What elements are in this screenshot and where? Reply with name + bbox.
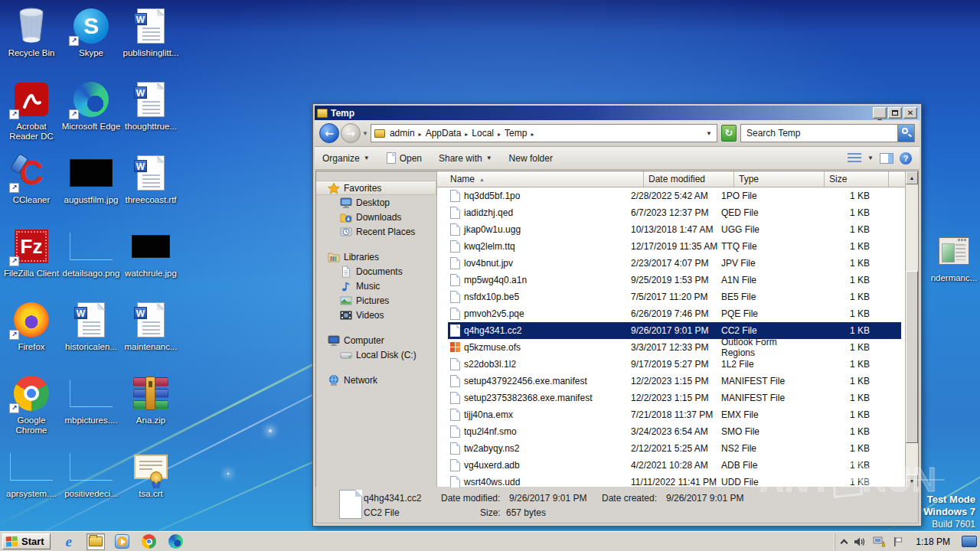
taskbar-chrome-icon[interactable] [140, 533, 158, 550]
file-row-tijj40na-emx[interactable]: tijj40na.emx7/21/2018 11:37 PMEMX File1 … [437, 406, 905, 423]
forward-button[interactable]: → [341, 123, 361, 143]
desktop-icon-skype[interactable]: S↗Skype [61, 3, 121, 77]
file-row-jkap0w1u-ugg[interactable]: jkap0w1u.ugg10/13/2018 1:47 AMUGG File1 … [437, 221, 905, 238]
breadcrumb-segment-admin[interactable]: admin [390, 128, 415, 139]
address-bar[interactable]: admin▸AppData▸Local▸Temp▸ ▼ [371, 124, 717, 142]
new-folder-button[interactable]: New folder [509, 153, 553, 164]
scroll-down-icon[interactable]: ▼ [906, 474, 918, 487]
clock[interactable]: 1:18 PM [916, 536, 950, 547]
taskbar-windows-explorer-icon[interactable] [87, 533, 105, 550]
desktop-icon-tsa-crt[interactable]: tsa.crt [121, 444, 181, 517]
address-dropdown-icon[interactable]: ▼ [706, 130, 712, 137]
file-row-s22dob3l-1l2[interactable]: s22dob3l.1l29/17/2019 5:27 PM1L2 File1 K… [437, 356, 905, 373]
desktop-icon-maintenanc[interactable]: Wmaintenanc... [121, 297, 181, 370]
file-row-setup437922456-exe-manifest[interactable]: setup437922456.exe.manifest12/2/2023 1:1… [437, 373, 905, 390]
minimize-button[interactable]: _ [873, 107, 887, 119]
desktop-icon-filezilla-client[interactable]: Fz↗FileZilla Client [2, 223, 61, 297]
column-header-date-modified[interactable]: Date modified [644, 171, 734, 187]
change-view-icon[interactable] [848, 153, 861, 164]
column-header-size[interactable]: Size [825, 171, 889, 187]
sidebar-section-computer[interactable]: Computer [316, 333, 436, 347]
desktop-icon-aprsystem[interactable]: aprsystem.... [2, 444, 61, 517]
desktop-icon-microsoft-edge[interactable]: ↗Microsoft Edge [61, 77, 121, 150]
back-button[interactable]: ← [319, 123, 339, 143]
taskbar-internet-explorer-icon[interactable]: e [60, 533, 78, 550]
help-icon[interactable]: ? [900, 152, 912, 165]
sidebar-item-videos[interactable]: Videos [316, 308, 436, 322]
open-button[interactable]: Open [387, 152, 422, 164]
column-header-name[interactable]: Name▲ [437, 171, 644, 187]
desktop-icon-watchrule-jpg[interactable]: watchrule.jpg [121, 223, 181, 297]
preview-pane-icon[interactable] [880, 153, 893, 164]
action-center-flag-icon[interactable] [893, 536, 904, 547]
desktop-icon-historicalen[interactable]: Whistoricalen... [61, 297, 121, 370]
file-row-pmvoh2v5-pqe[interactable]: pmvoh2v5.pqe6/26/2019 7:46 PMPQE File1 K… [437, 305, 905, 322]
sidebar-item-local-disk-c[interactable]: Local Disk (C:) [316, 347, 436, 362]
desktop-icon-positivedeci[interactable]: positivedeci... [61, 444, 121, 517]
desktop-icon-augustfilm-jpg[interactable]: augustfilm.jpg [61, 150, 121, 223]
file-row-vg4uxerd-adb[interactable]: vg4uxerd.adb4/2/2021 10:28 AMADB File1 K… [437, 457, 905, 474]
taskbar-edge-icon[interactable] [167, 533, 185, 550]
sidebar-item-documents[interactable]: Documents [316, 264, 436, 279]
maximize-button[interactable] [888, 107, 902, 119]
scroll-up-icon[interactable]: ▲ [906, 171, 918, 184]
search-box[interactable]: Search Temp [740, 124, 915, 142]
refresh-button[interactable]: ↻ [721, 125, 737, 142]
file-row-hq3dd5bf-1po[interactable]: hq3dd5bf.1po2/28/2022 5:42 AM1PO File1 K… [437, 187, 905, 204]
file-row-q4hg4341-cc2[interactable]: q4hg4341.cc29/26/2017 9:01 PMCC2 File1 K… [437, 322, 905, 339]
desktop-icon-ccleaner[interactable]: C↗CCleaner [2, 150, 61, 223]
column-header-type[interactable]: Type [734, 171, 825, 187]
vertical-scrollbar[interactable]: ▲ ▼ [905, 171, 918, 487]
sidebar-item-desktop[interactable]: Desktop [316, 195, 436, 210]
file-row-iadidzhj-qed[interactable]: iadidzhj.qed6/7/2023 12:37 PMQED File1 K… [437, 204, 905, 221]
desktop-icon-google-chrome[interactable]: ↗Google Chrome [2, 370, 61, 444]
desktop-icon-recycle-bin[interactable]: Recycle Bin [2, 3, 61, 77]
history-dropdown-icon[interactable]: ▼ [362, 130, 368, 137]
file-row-tw2abyqy-ns2[interactable]: tw2abyqy.ns22/12/2021 5:25 AMNS2 File1 K… [437, 440, 905, 457]
tray-collapse-icon[interactable] [841, 539, 848, 546]
desktop-icon-ndermanc[interactable]: ndermanc... [925, 228, 980, 283]
taskbar-media-player-icon[interactable] [113, 533, 132, 550]
desktop-icon-thoughttrue[interactable]: Wthoughttrue... [121, 77, 181, 150]
breadcrumb-separator-icon[interactable]: ▸ [531, 131, 534, 138]
organize-button[interactable]: Organize▼ [322, 153, 370, 164]
file-row-setup2375382368-exe-manifest[interactable]: setup2375382368.exe.manifest12/2/2023 1:… [437, 390, 905, 406]
sidebar-item-pictures[interactable]: Pictures [316, 293, 436, 308]
sidebar-section-favorites[interactable]: Favorites [316, 181, 436, 195]
breadcrumb-separator-icon[interactable]: ▸ [498, 131, 501, 138]
window-titlebar[interactable]: Temp _ ✕ [315, 106, 920, 120]
breadcrumb-segment-local[interactable]: Local [472, 128, 494, 139]
sidebar-item-music[interactable]: Music [316, 279, 436, 293]
share-with-button[interactable]: Share with▼ [439, 153, 492, 164]
breadcrumb-segment-appdata[interactable]: AppData [426, 128, 462, 139]
desktop-icon-detailsago-png[interactable]: detailsago.png [61, 223, 121, 297]
scrollbar-thumb[interactable] [906, 271, 918, 443]
desktop-icon-threecoast-rtf[interactable]: Wthreecoast.rtf [121, 150, 181, 223]
show-desktop-icon[interactable] [962, 536, 977, 547]
desktop-icon-ana-zip[interactable]: Ana.zip [121, 370, 181, 444]
breadcrumb-separator-icon[interactable]: ▸ [419, 131, 422, 138]
search-icon[interactable] [897, 125, 914, 142]
file-row-kwq2lelm-ttq[interactable]: kwq2lelm.ttq12/17/2019 11:35 AMTTQ File1… [437, 238, 905, 255]
desktop-icon-mbpictures[interactable]: mbpictures.... [61, 370, 121, 444]
desktop-icon-publishinglitt[interactable]: Wpublishinglitt... [121, 3, 181, 77]
breadcrumb-segment-temp[interactable]: Temp [505, 128, 527, 139]
start-button[interactable]: Start [2, 533, 51, 549]
file-row-lov4bnut-jpv[interactable]: lov4bnut.jpv2/23/2017 4:07 PMJPV File1 K… [437, 255, 905, 272]
views-dropdown-icon[interactable]: ▼ [867, 155, 874, 161]
network-status-icon[interactable] [873, 536, 886, 547]
file-row-nsfdx10p-be5[interactable]: nsfdx10p.be57/5/2017 11:20 PMBE5 File1 K… [437, 289, 905, 305]
sidebar-item-downloads[interactable]: Downloads [316, 210, 436, 224]
desktop-icon-firefox[interactable]: ↗Firefox [2, 297, 61, 370]
sidebar-item-recent-places[interactable]: Recent Places [316, 224, 436, 239]
file-row-tqu2l4nf-smo[interactable]: tqu2l4nf.smo3/24/2023 6:54 AMSMO File1 K… [437, 423, 905, 440]
breadcrumb-separator-icon[interactable]: ▸ [465, 131, 468, 138]
volume-icon[interactable] [854, 536, 866, 547]
close-button[interactable]: ✕ [903, 107, 917, 119]
file-row-wsrt40ws-udd[interactable]: wsrt40ws.udd11/11/2022 11:41 PMUDD File1… [437, 474, 905, 487]
search-input[interactable]: Search Temp [741, 128, 897, 139]
desktop-icon-acrobat-reader-dc[interactable]: ↗Acrobat Reader DC [2, 77, 61, 150]
file-row-q5kzmuse-ofs[interactable]: q5kzmuse.ofs3/3/2017 12:33 PMOutlook For… [437, 339, 905, 356]
sidebar-section-libraries[interactable]: Libraries [316, 249, 436, 264]
file-row-mp5wg4q0-a1n[interactable]: mp5wg4q0.a1n9/25/2019 1:53 PMA1N File1 K… [437, 272, 905, 289]
